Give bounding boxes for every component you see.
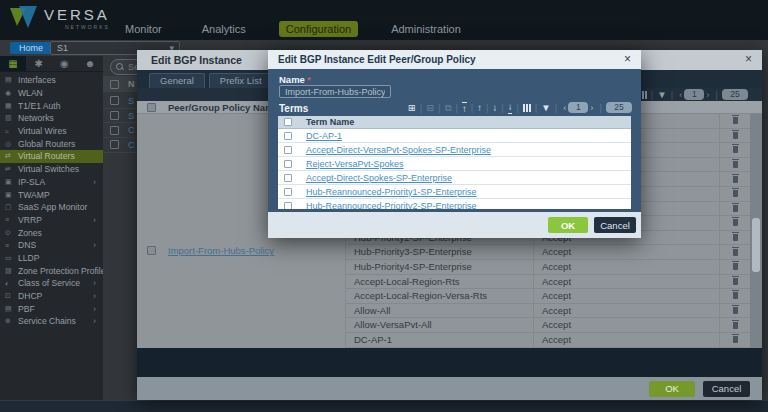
filter-icon[interactable]: ▼ xyxy=(541,103,550,113)
nav-item[interactable]: Monitor xyxy=(118,21,169,37)
sidebar-item[interactable]: ▣ TWAMP xyxy=(0,188,103,201)
trash-icon xyxy=(733,336,738,343)
move-up-icon[interactable]: ↑ xyxy=(477,103,482,113)
delete-term-button[interactable] xyxy=(720,275,750,290)
add-icon[interactable]: ⊞ xyxy=(408,103,416,113)
next-page-icon[interactable]: › xyxy=(590,102,593,113)
term-name-link[interactable]: Hub-Reannounced-Priority1-SP-Enterprise xyxy=(306,187,477,197)
checkbox[interactable] xyxy=(284,160,292,168)
delete-term-button[interactable] xyxy=(720,202,750,217)
sidebar-item[interactable]: ▨ Zone Protection Profiles xyxy=(0,264,103,277)
term-name-link[interactable]: Reject-VersaPvt-Spokes xyxy=(306,159,404,169)
sidebar-item[interactable]: ▥ Networks xyxy=(0,112,103,125)
page-number-box[interactable]: 1 xyxy=(684,89,704,100)
dialog-tab[interactable]: Prefix List xyxy=(209,73,273,88)
term-name-link[interactable]: Accept-Direct-Spokes-SP-Enterprise xyxy=(306,173,452,183)
name-field[interactable] xyxy=(279,85,391,98)
sidebar-tab[interactable]: ▦ xyxy=(0,56,26,71)
checkbox[interactable] xyxy=(284,188,292,196)
filter-icon[interactable]: ▼ xyxy=(657,90,666,100)
delete-term-button[interactable] xyxy=(720,216,750,231)
delete-term-button[interactable] xyxy=(720,114,750,129)
sidebar-item[interactable]: ▣ IP-SLA › xyxy=(0,176,103,189)
sidebar-item[interactable]: ▤ Interfaces xyxy=(0,74,103,87)
delete-term-button[interactable] xyxy=(720,304,750,319)
sidebar-item[interactable]: ◎ Global Routers xyxy=(0,137,103,150)
term-name-link[interactable]: DC-AP-1 xyxy=(306,131,342,141)
sidebar-tab[interactable]: ☻ xyxy=(77,56,103,71)
prev-page-icon[interactable]: ‹ xyxy=(679,89,682,100)
cancel-button[interactable]: Cancel xyxy=(594,217,636,233)
sidebar-item[interactable]: ≈ Virtual Wires xyxy=(0,125,103,138)
delete-term-button[interactable] xyxy=(720,333,750,348)
checkbox[interactable] xyxy=(110,80,119,89)
sidebar-item-icon: ▨ xyxy=(5,267,18,275)
sidebar-item[interactable]: ▢ SaaS App Monitor xyxy=(0,201,103,214)
sidebar-item[interactable]: ≡ VRRP › xyxy=(0,214,103,227)
ok-button[interactable]: OK xyxy=(548,217,588,233)
term-action-cell: Accept xyxy=(533,333,719,347)
term-name-link[interactable]: Hub-Reannounced-Priority2-SP-Enterprise xyxy=(306,201,477,210)
next-page-icon[interactable]: › xyxy=(706,89,709,100)
sidebar-item[interactable]: ⊙ Zones xyxy=(0,226,103,239)
policy-name-link[interactable]: Import-From-Hubs-Policy xyxy=(168,245,274,256)
nav-item[interactable]: Administration xyxy=(384,21,468,37)
home-button[interactable]: Home xyxy=(10,42,52,54)
cancel-button[interactable]: Cancel xyxy=(703,381,750,397)
move-down-icon[interactable]: ↓ xyxy=(492,103,497,113)
sidebar-item[interactable]: ⊡ DHCP › xyxy=(0,290,103,303)
ok-button[interactable]: OK xyxy=(649,381,695,397)
scrollbar-track[interactable] xyxy=(750,114,762,348)
checkbox[interactable] xyxy=(284,146,292,154)
select-all-checkbox[interactable] xyxy=(147,103,156,112)
term-name-link[interactable]: Accept-Direct-VersaPvt-Spokes-SP-Enterpr… xyxy=(306,145,491,155)
sidebar-item[interactable]: ▦ T1/E1 Auth xyxy=(0,99,103,112)
checkbox[interactable] xyxy=(110,111,119,120)
delete-term-button[interactable] xyxy=(720,129,750,144)
checkbox[interactable] xyxy=(284,174,292,182)
delete-term-button[interactable] xyxy=(720,231,750,246)
delete-term-button[interactable] xyxy=(720,143,750,158)
delete-term-button[interactable] xyxy=(720,158,750,173)
prev-page-icon[interactable]: ‹ xyxy=(563,102,566,113)
delete-term-button[interactable] xyxy=(720,260,750,275)
checkbox[interactable] xyxy=(110,140,119,149)
term-row: Accept-Local-Region-Rts Accept xyxy=(346,275,719,290)
scrollbar-thumb[interactable] xyxy=(752,218,760,272)
checkbox[interactable] xyxy=(147,246,156,255)
copy-icon[interactable]: ⧉ xyxy=(445,103,452,113)
sidebar-item[interactable]: ⊛ Service Chains › xyxy=(0,315,103,328)
sidebar-item[interactable]: ≡ DNS › xyxy=(0,239,103,252)
move-bottom-icon[interactable]: ↓ xyxy=(508,102,513,114)
checkbox[interactable] xyxy=(110,96,119,105)
checkbox[interactable] xyxy=(284,132,292,140)
page-size-box[interactable]: 25 xyxy=(722,89,748,100)
sidebar-item[interactable]: ⇌ Virtual Switches xyxy=(0,163,103,176)
delete-term-button[interactable] xyxy=(720,318,750,333)
move-top-icon[interactable]: ↑ xyxy=(462,102,467,114)
sidebar-tab[interactable]: ◉ xyxy=(52,56,78,71)
nav-item[interactable]: Analytics xyxy=(195,21,253,37)
sidebar-item[interactable]: ◐ Class of Service › xyxy=(0,277,103,290)
remove-icon[interactable]: ⊟ xyxy=(426,103,434,113)
checkbox[interactable] xyxy=(284,202,292,210)
delete-term-button[interactable] xyxy=(720,245,750,260)
sidebar-item[interactable]: ⇄ Virtual Routers xyxy=(0,150,103,163)
name-label-text: Name xyxy=(279,74,305,85)
nav-item[interactable]: Configuration xyxy=(279,21,358,37)
sidebar-item[interactable]: ▤ PBF › xyxy=(0,302,103,315)
close-icon[interactable]: × xyxy=(624,52,631,66)
delete-term-button[interactable] xyxy=(720,187,750,202)
sidebar-item[interactable]: ◉ WLAN xyxy=(0,87,103,100)
delete-term-button[interactable] xyxy=(720,289,750,304)
columns-icon[interactable] xyxy=(523,104,531,112)
sidebar-tab[interactable]: ✱ xyxy=(26,56,52,71)
delete-term-button[interactable] xyxy=(720,172,750,187)
dialog-tab[interactable]: General xyxy=(149,73,205,88)
page-size-box[interactable]: 25 xyxy=(606,102,632,113)
select-all-checkbox[interactable] xyxy=(284,118,292,126)
sidebar-item[interactable]: ▭ LLDP xyxy=(0,252,103,265)
close-icon[interactable]: × xyxy=(745,52,752,66)
page-number-box[interactable]: 1 xyxy=(568,102,588,113)
checkbox[interactable] xyxy=(110,126,119,135)
